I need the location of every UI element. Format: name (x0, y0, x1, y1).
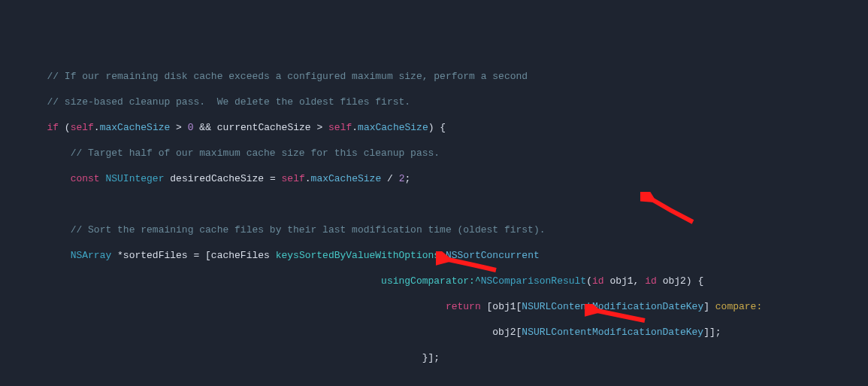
code-line: usingComparator:^NSComparisonResult(id o… (0, 275, 868, 287)
code-line: // If our remaining disk cache exceeds a… (0, 70, 868, 83)
code-line: return [obj1[NSURLContentModificationDat… (0, 300, 868, 313)
code-line: // size-based cleanup pass. We delete th… (0, 96, 868, 108)
code-line (0, 377, 868, 386)
code-line: // Sort the remaining cache files by the… (0, 223, 868, 236)
code-line: NSArray *sortedFiles = [cacheFiles keysS… (0, 249, 868, 262)
code-line: const NSUInteger desiredCacheSize = self… (0, 172, 868, 185)
code-line: // Target half of our maximum cache size… (0, 147, 868, 160)
code-line: }]; (0, 351, 868, 364)
code-line (0, 198, 868, 211)
code-editor: // If our remaining disk cache exceeds a… (0, 57, 868, 386)
code-line: obj2[NSURLContentModificationDateKey]]; (0, 326, 868, 339)
code-line: if (self.maxCacheSize > 0 && currentCach… (0, 121, 868, 134)
